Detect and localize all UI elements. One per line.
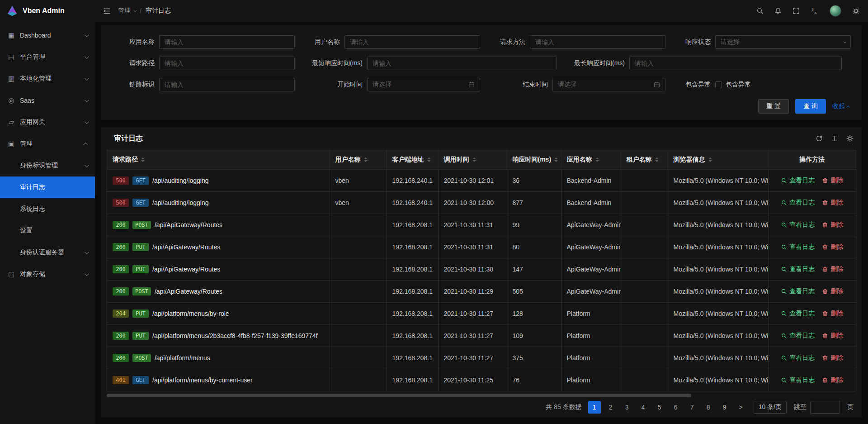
sidebar-item-identity[interactable]: 身份标识管理 [0, 155, 95, 176]
view-log-link[interactable]: 查看日志 [781, 176, 815, 185]
view-log-link[interactable]: 查看日志 [781, 332, 815, 340]
cell-duration: 36 [507, 169, 561, 191]
refresh-icon[interactable] [816, 135, 823, 142]
page-size-select[interactable]: 10 条/页 [754, 401, 787, 414]
delete-link[interactable]: 删除 [822, 243, 843, 251]
row-height-icon[interactable] [831, 135, 838, 142]
reset-button[interactable]: 重 置 [758, 99, 789, 114]
delete-link[interactable]: 删除 [822, 199, 843, 207]
page-button[interactable]: 9 [718, 401, 731, 414]
sort-icon[interactable] [364, 157, 368, 162]
sidebar-item-admin[interactable]: ▣ 管理 [0, 133, 95, 155]
max-time-input[interactable] [629, 57, 842, 70]
sort-icon[interactable] [141, 157, 145, 162]
page-button[interactable]: 1 [588, 401, 601, 414]
column-header-tenant[interactable]: 租户名称 [621, 150, 668, 169]
column-header-time[interactable]: 调用时间 [438, 150, 507, 169]
page-button[interactable]: 2 [604, 401, 617, 414]
view-log-link[interactable]: 查看日志 [781, 310, 815, 318]
sidebar-item-localization[interactable]: ▥ 本地化管理 [0, 68, 95, 90]
sidebar-item-gateway[interactable]: ▱ 应用网关 [0, 111, 95, 133]
sidebar-item-object-storage[interactable]: ▢ 对象存储 [0, 263, 95, 285]
sort-icon[interactable] [708, 157, 712, 162]
column-header-duration[interactable]: 响应时间(ms) [507, 150, 561, 169]
column-header-client-ip[interactable]: 客户端地址 [387, 150, 438, 169]
table-row[interactable]: 401 GET /api/platform/menus/by-current-u… [107, 369, 856, 391]
min-time-input[interactable] [367, 57, 557, 70]
settings-gear-icon[interactable] [852, 7, 860, 15]
table-row[interactable]: 200 POST /api/platform/menus 192.168.208… [107, 347, 856, 369]
jump-page-input[interactable] [810, 401, 840, 414]
table-row[interactable]: 500 GET /api/auditing/logging vben 192.1… [107, 169, 856, 191]
table-row[interactable]: 200 POST /api/ApiGateway/Routes 192.168.… [107, 280, 856, 302]
sidebar-item-platform[interactable]: ▤ 平台管理 [0, 46, 95, 68]
column-header-browser[interactable]: 浏览器信息 [668, 150, 768, 169]
end-time-picker[interactable]: 请选择 [552, 78, 665, 91]
view-log-link[interactable]: 查看日志 [781, 376, 815, 384]
sidebar-item-audit-log[interactable]: 审计日志 [0, 176, 95, 198]
view-log-link[interactable]: 查看日志 [781, 287, 815, 295]
column-header-path[interactable]: 请求路径 [107, 150, 330, 169]
page-button[interactable]: 3 [621, 401, 633, 414]
sidebar-item-dashboard[interactable]: ▦ Dashboard [0, 24, 95, 46]
sidebar-item-settings[interactable]: 设置 [0, 220, 95, 242]
notification-bell-icon[interactable] [774, 7, 782, 14]
sort-icon[interactable] [655, 157, 659, 162]
table-row[interactable]: 200 POST /api/ApiGateway/Routes 192.168.… [107, 214, 856, 236]
sidebar-item-auth-server[interactable]: 身份认证服务器 [0, 242, 95, 263]
menu-fold-icon[interactable] [103, 7, 111, 15]
column-header-app[interactable]: 应用名称 [561, 150, 621, 169]
delete-link[interactable]: 删除 [822, 265, 843, 273]
page-button[interactable]: 6 [670, 401, 682, 414]
table-row[interactable]: 500 GET /api/auditing/logging vben 192.1… [107, 191, 856, 214]
sort-icon[interactable] [427, 157, 431, 162]
sort-icon[interactable] [554, 157, 558, 162]
column-header-user[interactable]: 用户名称 [330, 150, 387, 169]
topbar-actions: 文A [756, 5, 860, 17]
path-input[interactable] [159, 57, 295, 70]
column-settings-gear-icon[interactable] [846, 135, 854, 142]
fullscreen-icon[interactable] [793, 7, 800, 14]
status-select[interactable]: 请选择 [715, 35, 851, 49]
scrollbar-thumb[interactable] [107, 394, 691, 397]
exception-checkbox[interactable] [715, 81, 722, 88]
table-row[interactable]: 200 PUT /api/ApiGateway/Routes 192.168.2… [107, 258, 856, 280]
delete-link[interactable]: 删除 [822, 332, 843, 340]
sidebar-item-saas[interactable]: ◎ Saas [0, 90, 95, 111]
breadcrumb-parent[interactable]: 管理 [118, 7, 136, 15]
user-name-input[interactable] [344, 35, 480, 49]
page-button[interactable]: 8 [702, 401, 715, 414]
page-button[interactable]: 4 [637, 401, 650, 414]
sort-icon[interactable] [595, 157, 599, 162]
search-icon[interactable] [756, 7, 764, 14]
delete-link[interactable]: 删除 [822, 221, 843, 229]
trash-icon [822, 333, 828, 339]
page-button[interactable]: 5 [653, 401, 666, 414]
delete-link[interactable]: 删除 [822, 310, 843, 318]
view-log-link[interactable]: 查看日志 [781, 199, 815, 207]
trace-id-input[interactable] [159, 78, 295, 91]
user-avatar[interactable] [830, 5, 841, 17]
app-name-input[interactable] [159, 35, 295, 49]
view-log-link[interactable]: 查看日志 [781, 221, 815, 229]
view-log-link[interactable]: 查看日志 [781, 265, 815, 273]
next-page-button[interactable]: > [735, 401, 747, 414]
sidebar-item-system-log[interactable]: 系统日志 [0, 198, 95, 220]
delete-link[interactable]: 删除 [822, 287, 843, 295]
view-log-link[interactable]: 查看日志 [781, 354, 815, 362]
collapse-link[interactable]: 收起 [832, 102, 850, 110]
logo[interactable]: Vben Admin [0, 0, 95, 22]
view-log-link[interactable]: 查看日志 [781, 243, 815, 251]
table-row[interactable]: 200 PUT /api/ApiGateway/Routes 192.168.2… [107, 236, 856, 258]
sort-icon[interactable] [472, 157, 476, 162]
start-time-picker[interactable]: 请选择 [367, 78, 480, 91]
delete-link[interactable]: 删除 [822, 354, 843, 362]
page-button[interactable]: 7 [686, 401, 698, 414]
delete-link[interactable]: 删除 [822, 176, 843, 185]
method-input[interactable] [530, 35, 665, 49]
table-row[interactable]: 204 PUT /api/platform/menus/by-role 192.… [107, 302, 856, 324]
delete-link[interactable]: 删除 [822, 376, 843, 384]
table-row[interactable]: 200 PUT /api/platform/menus/2b3accf8-4fb… [107, 324, 856, 347]
locale-switch-icon[interactable]: 文A [811, 7, 819, 15]
query-button[interactable]: 查 询 [795, 99, 826, 114]
